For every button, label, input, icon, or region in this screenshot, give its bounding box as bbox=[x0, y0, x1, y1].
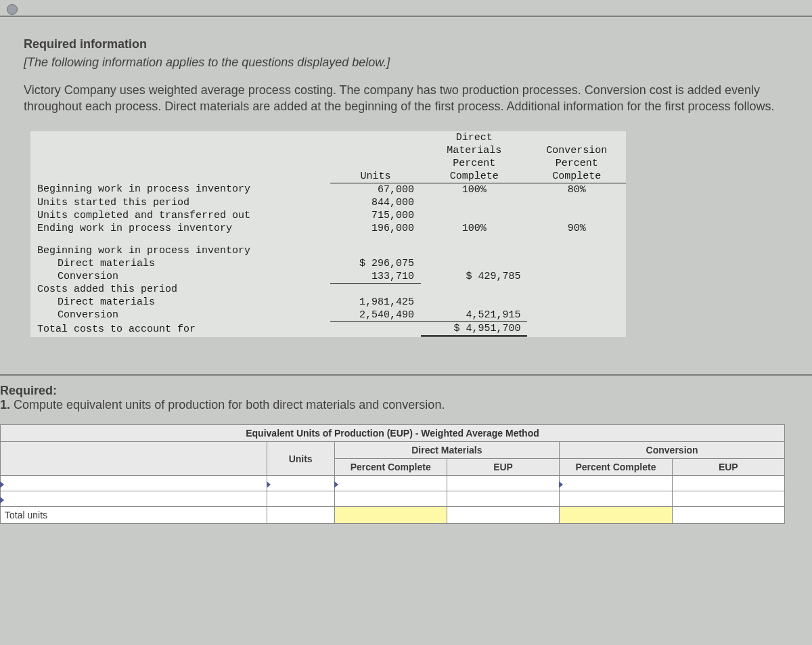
required-info-heading: Required information bbox=[24, 37, 788, 51]
dm-percent-input[interactable] bbox=[335, 476, 447, 491]
cell-value: 2,540,490 bbox=[330, 309, 421, 322]
cell-value: $ 4,951,700 bbox=[421, 322, 527, 336]
blank-header bbox=[1, 442, 267, 476]
row-label: Costs added this period bbox=[30, 283, 330, 296]
question-number: 1. bbox=[0, 398, 10, 412]
dm-percent-input[interactable] bbox=[335, 491, 447, 506]
problem-body-text: Victory Company uses weighted average pr… bbox=[24, 82, 788, 115]
conv-header: Conversion bbox=[560, 442, 785, 459]
dropdown-icon bbox=[267, 481, 271, 488]
dropdown-icon bbox=[334, 481, 338, 488]
col-header: Percent bbox=[421, 157, 527, 170]
eup-answer-table: Equivalent Units of Production (EUP) - W… bbox=[0, 424, 785, 524]
col-header: Percent bbox=[527, 157, 626, 170]
disabled-cell bbox=[334, 507, 447, 524]
eup-header: EUP bbox=[672, 459, 784, 476]
horizontal-divider bbox=[0, 374, 812, 376]
col-header: Complete bbox=[421, 170, 527, 183]
row-label: Units started this period bbox=[30, 196, 330, 209]
cell-value: 196,000 bbox=[330, 222, 421, 235]
col-header: Direct bbox=[421, 131, 527, 144]
cell-value: 4,521,915 bbox=[421, 309, 527, 322]
cell-value: 1,981,425 bbox=[330, 296, 421, 309]
dm-eup-input[interactable] bbox=[447, 476, 559, 491]
section-collapse-bar[interactable] bbox=[0, 0, 812, 17]
cell-value: 90% bbox=[527, 222, 626, 235]
cell-value: $ 429,785 bbox=[421, 270, 527, 284]
col-header: Complete bbox=[527, 170, 626, 183]
row-label: Beginning work in process inventory bbox=[30, 244, 330, 257]
cell-value: 67,000 bbox=[330, 183, 421, 196]
cell-value: 80% bbox=[527, 183, 626, 196]
dropdown-icon bbox=[0, 497, 4, 504]
eup-header: EUP bbox=[447, 459, 559, 476]
cv-percent-input[interactable] bbox=[560, 491, 671, 506]
col-header: Materials bbox=[421, 144, 527, 157]
units-header: Units bbox=[267, 442, 334, 476]
cell-value: 715,000 bbox=[330, 209, 421, 222]
cv-eup-input[interactable] bbox=[673, 476, 784, 491]
row-label-input[interactable] bbox=[1, 491, 267, 506]
disabled-cell bbox=[560, 507, 672, 524]
row-label: Direct materials bbox=[30, 296, 330, 309]
dm-eup-input[interactable] bbox=[447, 491, 559, 506]
col-header: Units bbox=[330, 170, 421, 183]
row-label: Ending work in process inventory bbox=[30, 222, 330, 235]
row-label: Units completed and transferred out bbox=[30, 209, 330, 222]
required-label: Required: bbox=[0, 384, 57, 397]
cell-value: 100% bbox=[421, 183, 527, 196]
row-label: Conversion bbox=[30, 309, 330, 322]
total-cv-eup-input[interactable] bbox=[673, 508, 784, 522]
cell-value: $ 296,075 bbox=[330, 257, 421, 270]
cv-eup-input[interactable] bbox=[673, 491, 784, 506]
cell-value: 133,710 bbox=[330, 270, 421, 284]
col-header: Conversion bbox=[527, 144, 626, 157]
cell-value: 844,000 bbox=[330, 196, 421, 209]
given-data-table: Direct Materials Conversion Percent Perc… bbox=[30, 131, 626, 338]
data-panel: Direct Materials Conversion Percent Perc… bbox=[30, 131, 626, 338]
cell-value: 100% bbox=[421, 222, 527, 235]
pc-header: Percent Complete bbox=[334, 459, 447, 476]
units-input[interactable] bbox=[267, 476, 334, 491]
cv-percent-input[interactable] bbox=[560, 476, 671, 491]
total-dm-eup-input[interactable] bbox=[447, 508, 559, 522]
dm-header: Direct Materials bbox=[334, 442, 560, 459]
table-title: Equivalent Units of Production (EUP) - W… bbox=[1, 425, 785, 442]
pc-header: Percent Complete bbox=[560, 459, 672, 476]
dropdown-icon bbox=[559, 481, 563, 488]
question-text: Compute equivalent units of production f… bbox=[14, 398, 445, 412]
row-label: Total costs to account for bbox=[30, 322, 330, 336]
row-label: Beginning work in process inventory bbox=[30, 183, 330, 196]
dropdown-icon bbox=[0, 481, 4, 488]
context-note: [The following information applies to th… bbox=[24, 55, 788, 70]
row-label: Conversion bbox=[30, 270, 330, 284]
total-units-label: Total units bbox=[1, 507, 267, 524]
row-label: Direct materials bbox=[30, 257, 330, 270]
units-input[interactable] bbox=[267, 491, 334, 506]
total-units-input[interactable] bbox=[267, 508, 334, 522]
row-label-input[interactable] bbox=[1, 476, 267, 491]
